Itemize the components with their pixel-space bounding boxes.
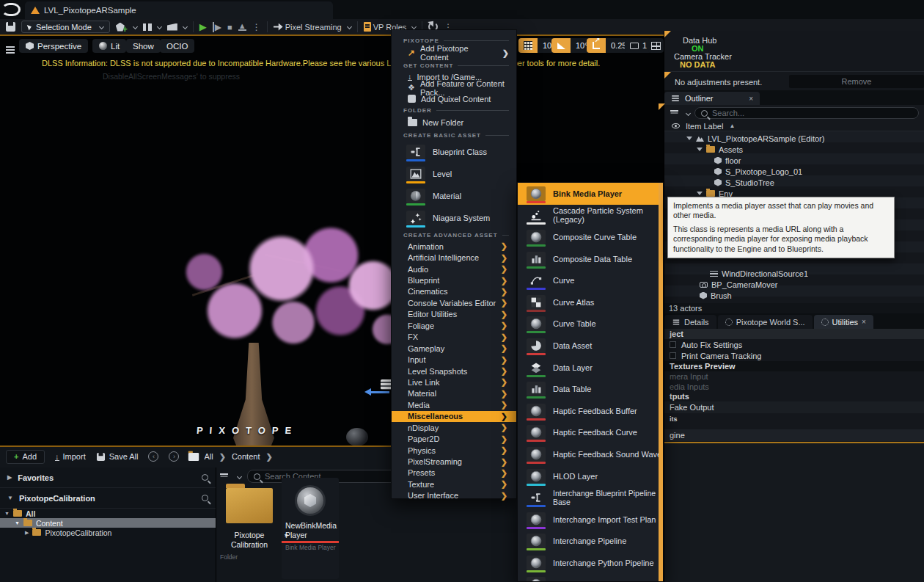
play-options-menu-icon[interactable]: ⋮ xyxy=(252,22,261,32)
back-button[interactable]: ‹ xyxy=(148,451,158,462)
search-icon[interactable] xyxy=(202,495,208,501)
menu-category-fx[interactable]: FX❯ xyxy=(392,332,516,343)
submenu-item-composite-curve-table[interactable]: Composite Curve Table xyxy=(518,226,663,248)
blueprints-button[interactable] xyxy=(143,23,161,31)
outliner-row[interactable]: Assets xyxy=(697,144,743,155)
submenu-item-partial[interactable] xyxy=(518,574,663,582)
outliner-row[interactable]: S_StudioTree xyxy=(714,177,774,188)
close-icon[interactable]: × xyxy=(862,318,866,326)
outliner-row[interactable]: LVL_PixotopeARSample (Editor) xyxy=(686,133,824,144)
menu-category-material[interactable]: Material❯ xyxy=(392,388,516,399)
submenu-item-interchange-blueprint-pipeline-base[interactable]: Interchange Blueprint Pipeline Base xyxy=(518,487,663,509)
visibility-eye-icon[interactable] xyxy=(672,123,680,128)
translate-gizmo-arrow[interactable] xyxy=(370,391,389,393)
menu-item-material[interactable]: Material xyxy=(392,185,516,207)
menu-category-artificial-intelligence[interactable]: Artificial Intelligence❯ xyxy=(392,252,516,263)
maximize-viewport-button[interactable] xyxy=(648,38,664,53)
perspective-button[interactable]: Perspective xyxy=(19,39,88,53)
submenu-item-curve[interactable]: Curve xyxy=(518,269,663,291)
menu-category-level-snapshots[interactable]: Level Snapshots❯ xyxy=(392,365,516,377)
menu-category-pixelstreaming[interactable]: PixelStreaming❯ xyxy=(392,456,516,467)
asset-tile-newbinkmediaplayer[interactable]: * NewBinkMedia Player Bink Media Player xyxy=(282,478,339,579)
submenu-item-data-asset[interactable]: Data Asset xyxy=(518,335,663,357)
stop-button[interactable]: ■ xyxy=(227,23,232,32)
print-camera-tracking-row[interactable]: Print Camera Tracking xyxy=(664,350,924,361)
sort-ascending-icon[interactable]: ▲ xyxy=(729,123,735,129)
import-button[interactable]: ↓Import xyxy=(55,452,86,461)
favorites-section[interactable]: ▶ Favorites xyxy=(0,468,216,488)
eject-button[interactable]: ▲ xyxy=(238,23,246,31)
lit-mode-button[interactable]: Lit xyxy=(92,39,126,53)
menu-item-niagara-system[interactable]: Niagara System xyxy=(392,207,516,229)
submenu-item-composite-data-table[interactable]: Composite Data Table xyxy=(518,248,663,270)
asset-tile-folder[interactable]: Pixotope Calibration Folder xyxy=(220,488,279,576)
tab-pixotope-world-settings[interactable]: Pixotope World S... xyxy=(718,315,813,329)
viewport-menu-icon[interactable] xyxy=(6,43,15,52)
submenu-item-data-layer[interactable]: Data Layer xyxy=(518,357,663,379)
breadcrumb-content[interactable]: Content xyxy=(232,452,260,461)
save-icon[interactable] xyxy=(6,22,15,32)
menu-category-console-variables-editor[interactable]: Console Variables Editor❯ xyxy=(392,297,516,308)
outliner-row[interactable]: Brush xyxy=(700,290,732,301)
menu-category-paper2d[interactable]: Paper2D❯ xyxy=(392,433,516,444)
menu-category-gameplay[interactable]: Gameplay❯ xyxy=(392,343,516,354)
menu-category-miscellaneous[interactable]: Miscellaneous❯ xyxy=(392,411,516,422)
tab-utilities[interactable]: Utilities× xyxy=(814,315,873,329)
add-button[interactable]: +Add xyxy=(6,450,45,464)
menu-category-presets[interactable]: Presets❯ xyxy=(392,468,516,479)
pixel-streaming-button[interactable]: Pixel Streaming xyxy=(274,23,351,32)
menu-category-editor-utilities[interactable]: Editor Utilities❯ xyxy=(392,309,516,320)
show-button[interactable]: Show xyxy=(126,39,161,53)
submenu-item-data-table[interactable]: Data Table xyxy=(518,378,663,400)
chevron-down-icon[interactable] xyxy=(686,110,691,115)
filter-icon[interactable] xyxy=(220,473,228,475)
submenu-item-cascade-particle-system[interactable]: Cascade Particle System (Legacy) xyxy=(518,205,663,227)
cinematics-button[interactable] xyxy=(167,23,187,31)
outliner-column-header[interactable]: Item Label ▲ xyxy=(664,121,924,131)
menu-item-add-feature[interactable]: ❖Add Feature or Content Pack... xyxy=(392,82,516,93)
outliner-row[interactable]: floor xyxy=(714,155,741,166)
outliner-row[interactable]: S_Pixotope_Logo_01 xyxy=(714,166,802,177)
remove-button[interactable]: Remove xyxy=(789,75,924,88)
play-button[interactable]: ▶ xyxy=(199,21,207,32)
submenu-item-interchange-import-test-plan[interactable]: Interchange Import Test Plan xyxy=(518,509,663,531)
submenu-item-haptic-feedback-sound-wave[interactable]: Haptic Feedback Sound Wave xyxy=(518,443,663,465)
menu-category-user-interface[interactable]: User Interface❯ xyxy=(392,490,516,501)
tree-item-all[interactable]: ▼All xyxy=(0,509,216,518)
outliner-tab[interactable]: Outliner × xyxy=(664,92,760,105)
menu-category-animation[interactable]: Animation❯ xyxy=(392,241,516,252)
tree-item-content[interactable]: ▼Content xyxy=(0,518,216,528)
menu-item-add-pixotope-content[interactable]: ↗Add Pixotope Content❯ xyxy=(392,46,516,59)
submenu-item-bink-media-player[interactable]: Bink Media Player xyxy=(518,183,663,205)
submenu-item-interchange-python-pipeline[interactable]: Interchange Python Pipeline xyxy=(518,552,663,574)
menu-category-texture[interactable]: Texture❯ xyxy=(392,479,516,490)
selection-mode-button[interactable]: Selection Mode xyxy=(21,21,110,33)
menu-category-blueprint[interactable]: Blueprint❯ xyxy=(392,274,516,285)
checkbox[interactable] xyxy=(670,341,676,348)
menu-item-blueprint-class[interactable]: Blueprint Class xyxy=(392,141,516,163)
level-tab[interactable]: LVL_PixotopeARSample xyxy=(25,1,333,19)
submenu-item-curve-table[interactable]: Curve Table xyxy=(518,313,663,335)
filter-icon[interactable] xyxy=(670,110,678,112)
search-icon[interactable] xyxy=(202,474,208,481)
engine-row[interactable]: gine xyxy=(664,429,924,441)
submenu-item-interchange-pipeline[interactable]: Interchange Pipeline xyxy=(518,531,663,553)
fake-output-row[interactable]: Fake Output xyxy=(664,401,924,413)
menu-category-ndisplay[interactable]: nDisplay❯ xyxy=(392,422,516,433)
menu-category-live-link[interactable]: Live Link❯ xyxy=(392,377,516,388)
tree-item-pixotopecalibration[interactable]: ▶PixotopeCalibration xyxy=(0,528,216,537)
submenu-scrollbar[interactable] xyxy=(659,183,663,581)
menu-category-physics[interactable]: Physics❯ xyxy=(392,445,516,456)
menu-category-input[interactable]: Input❯ xyxy=(392,354,516,365)
chevron-down-icon[interactable] xyxy=(237,473,242,479)
menu-category-cinematics[interactable]: Cinematics❯ xyxy=(392,286,516,297)
forward-button[interactable]: › xyxy=(169,451,179,462)
outliner-search-input[interactable]: Search... xyxy=(694,107,919,119)
auto-fix-settings-row[interactable]: Auto Fix Settings xyxy=(664,339,924,350)
submenu-item-curve-atlas[interactable]: Curve Atlas xyxy=(518,291,663,313)
submenu-item-haptic-feedback-curve[interactable]: Haptic Feedback Curve xyxy=(518,422,663,444)
close-icon[interactable]: × xyxy=(749,95,753,103)
menu-item-new-folder[interactable]: New Folder xyxy=(392,116,516,129)
outliner-row[interactable]: BP_CameraMover xyxy=(700,279,777,290)
skip-button[interactable]: ▶ xyxy=(213,22,221,32)
